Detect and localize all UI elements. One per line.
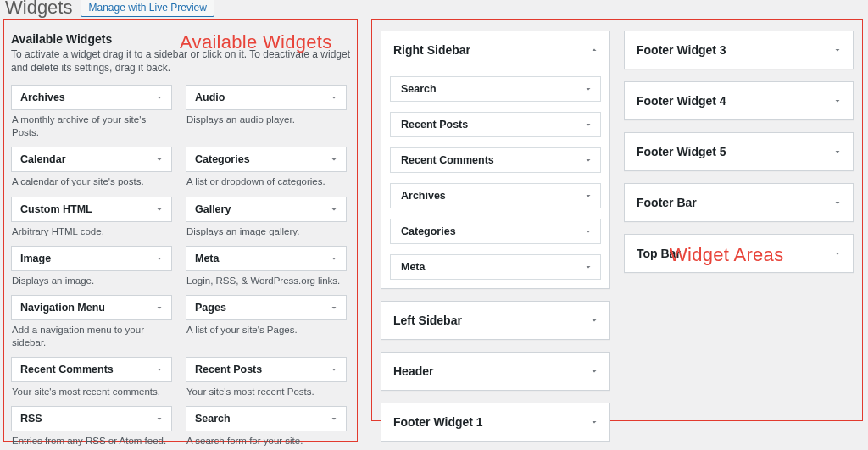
available-widget-item[interactable]: Recent Comments (11, 357, 172, 382)
available-widget-item[interactable]: Search (186, 406, 347, 431)
available-widget-label: Meta (195, 253, 219, 264)
chevron-down-icon (580, 187, 597, 204)
available-widget-label: RSS (20, 413, 42, 425)
widget-area-title: Footer Widget 3 (637, 43, 726, 57)
chevron-down-icon (586, 414, 603, 431)
widget-area-item-label: Recent Comments (401, 154, 494, 166)
chevron-down-icon (326, 151, 342, 168)
widget-area-panel: Footer Widget 5 (624, 132, 854, 171)
widget-area-panel: Footer Bar (624, 183, 854, 222)
chevron-down-icon (326, 201, 342, 218)
widget-area-item[interactable]: Archives (390, 183, 601, 208)
chevron-down-icon (580, 223, 597, 240)
available-widget-desc: Arbitrary HTML code. (11, 222, 172, 246)
available-widget-label: Recent Comments (20, 364, 114, 375)
available-widget-item[interactable]: Pages (186, 295, 347, 320)
available-widget-desc: A monthly archive of your site's Posts. (11, 110, 172, 147)
chevron-down-icon (151, 201, 168, 218)
widget-area-title: Top Bar (637, 247, 681, 260)
widget-area-body: Search Recent Posts Recent Comments Arch… (381, 69, 609, 280)
available-widget-item[interactable]: RSS (11, 406, 172, 431)
available-widget-label: Custom HTML (20, 203, 92, 215)
widget-area-item-label: Search (401, 83, 437, 95)
available-widget-item[interactable]: Archives (11, 85, 172, 110)
available-widget-desc: A calendar of your site's posts. (11, 172, 172, 196)
chevron-down-icon (151, 299, 168, 316)
chevron-up-icon (586, 42, 603, 58)
widget-area-header[interactable]: Footer Widget 3 (625, 31, 853, 69)
available-widget-item[interactable]: Image (11, 246, 172, 271)
available-widget-desc: A list or dropdown of categories. (186, 172, 347, 196)
widget-area-title: Footer Widget 5 (637, 145, 726, 158)
widget-area-title: Footer Widget 4 (637, 94, 726, 108)
manage-live-preview-button[interactable]: Manage with Live Preview (81, 0, 214, 17)
chevron-down-icon (829, 92, 846, 109)
available-widget-desc: Entries from any RSS or Atom feed. (11, 431, 172, 450)
widget-area-header[interactable]: Footer Widget 4 (625, 82, 853, 119)
widget-area-item[interactable]: Meta (390, 254, 601, 280)
available-widget-item[interactable]: Audio (186, 85, 347, 110)
available-widget-item[interactable]: Calendar (11, 147, 172, 172)
available-widget-item[interactable]: Gallery (186, 197, 347, 222)
widget-area-item[interactable]: Search (390, 76, 601, 102)
chevron-down-icon (829, 194, 846, 211)
available-widget-desc: Add a navigation menu to your sidebar. (11, 320, 172, 357)
widget-area-panel: Footer Widget 3 (624, 31, 854, 69)
widget-area-panel: Footer Widget 4 (624, 81, 854, 120)
available-widget-label: Search (195, 413, 231, 425)
chevron-down-icon (580, 152, 597, 169)
available-widget-label: Navigation Menu (20, 302, 105, 314)
available-widget-label: Categories (195, 153, 250, 165)
chevron-down-icon (151, 89, 168, 106)
widget-area-title: Right Sidebar (393, 43, 470, 57)
available-widget-item[interactable]: Categories (186, 147, 347, 172)
chevron-down-icon (829, 42, 846, 58)
widget-area-header[interactable]: Footer Widget 1 (381, 403, 609, 441)
available-widget-item[interactable]: Navigation Menu (11, 295, 172, 320)
widget-area-item[interactable]: Recent Comments (390, 147, 601, 173)
widget-area-panel: Left Sidebar (381, 301, 610, 340)
widget-area-panel: Footer Widget 1 (381, 403, 610, 442)
widget-area-item[interactable]: Recent Posts (390, 112, 601, 137)
chevron-down-icon (326, 250, 342, 267)
available-widget-desc: Displays an image. (11, 271, 172, 295)
widget-area-title: Left Sidebar (393, 314, 462, 327)
available-widget-item[interactable]: Custom HTML (11, 197, 172, 222)
available-widgets-region: Available Widgets To activate a widget d… (3, 19, 358, 442)
widget-area-header[interactable]: Footer Widget 5 (625, 133, 853, 170)
widget-area-header[interactable]: Header (381, 353, 609, 390)
available-widget-label: Gallery (195, 203, 231, 215)
widget-area-item-label: Recent Posts (401, 119, 468, 131)
widget-area-header[interactable]: Top Bar (625, 235, 853, 272)
available-widgets-heading: Available Widgets (11, 32, 350, 46)
widget-area-title: Footer Bar (637, 196, 697, 209)
available-widget-label: Recent Posts (195, 364, 262, 375)
available-widget-label: Image (20, 253, 51, 264)
widget-area-item-label: Categories (401, 225, 456, 237)
chevron-down-icon (829, 143, 846, 160)
available-widget-desc: Displays an image gallery. (186, 222, 347, 246)
available-widget-desc: A search form for your site. (186, 431, 347, 450)
widget-area-item-label: Archives (401, 190, 446, 202)
available-widget-desc: Your site's most recent Posts. (186, 382, 347, 406)
available-widget-item[interactable]: Recent Posts (186, 357, 347, 382)
widget-area-header[interactable]: Left Sidebar (381, 302, 609, 339)
chevron-down-icon (326, 89, 342, 106)
available-widget-label: Audio (195, 92, 225, 103)
chevron-down-icon (326, 361, 342, 378)
widget-area-header[interactable]: Footer Bar (625, 184, 853, 221)
page-title: Widgets (5, 0, 72, 19)
available-widget-desc: Displays an audio player. (186, 110, 347, 134)
widget-area-header[interactable]: Right Sidebar (381, 31, 609, 69)
chevron-down-icon (151, 151, 168, 168)
widget-area-panel: Top Bar (624, 234, 854, 273)
widget-area-item-label: Meta (401, 261, 425, 273)
available-widgets-description: To activate a widget drag it to a sideba… (11, 47, 350, 75)
available-widget-label: Pages (195, 302, 226, 314)
available-widget-desc: A list of your site's Pages. (186, 320, 347, 344)
widget-area-item[interactable]: Categories (390, 219, 601, 244)
chevron-down-icon (326, 299, 342, 316)
available-widget-item[interactable]: Meta (186, 246, 347, 271)
widget-area-title: Header (393, 364, 433, 378)
chevron-down-icon (586, 363, 603, 380)
